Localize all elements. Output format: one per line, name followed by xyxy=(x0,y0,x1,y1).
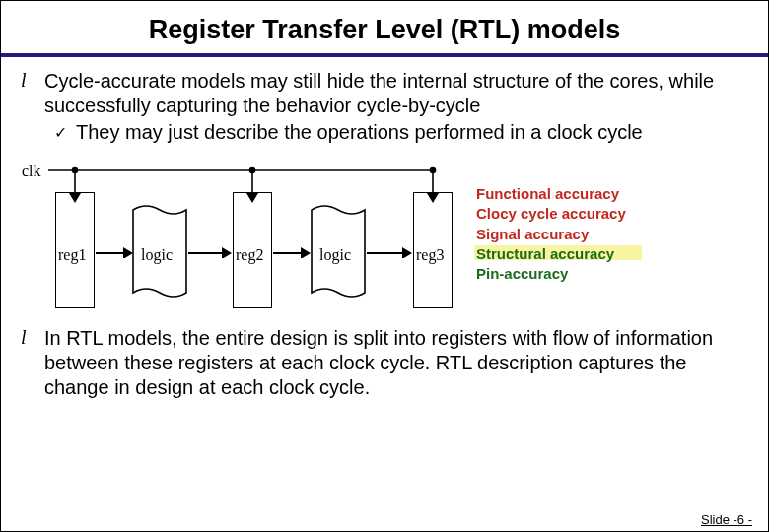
accuracy-list: Functional accuracy Clocy cycle accuracy… xyxy=(476,184,626,284)
bullet-1-text: Cycle-accurate models may still hide the… xyxy=(44,69,748,118)
clock-triangle-icon xyxy=(246,193,258,203)
bullet-mark-l: l xyxy=(21,326,44,349)
logic2-label: logic xyxy=(319,246,351,264)
accuracy-clock-cycle: Clocy cycle accuracy xyxy=(476,204,626,224)
rtl-diagram: clk reg1 logic reg2 xyxy=(21,153,454,320)
bullet-2-text: In RTL models, the entire design is spli… xyxy=(44,326,748,400)
svg-marker-14 xyxy=(402,247,412,258)
slide-number: Slide -6 - xyxy=(701,512,752,527)
reg1-label: reg1 xyxy=(58,246,86,264)
bullet-mark-check: ✓ xyxy=(54,120,76,142)
svg-point-2 xyxy=(73,168,78,173)
accuracy-pin: Pin-accuracy xyxy=(476,264,626,284)
svg-point-6 xyxy=(431,168,436,173)
arrow-icon xyxy=(273,246,311,258)
clock-triangle-icon xyxy=(427,193,439,203)
logic1-label: logic xyxy=(141,246,173,264)
accuracy-structural: Structural accuracy xyxy=(476,245,614,262)
svg-marker-10 xyxy=(222,247,232,258)
content-bottom: l In RTL models, the entire design is sp… xyxy=(1,320,768,400)
reg2-label: reg2 xyxy=(236,246,263,264)
svg-point-4 xyxy=(250,168,255,173)
slide: Register Transfer Level (RTL) models l C… xyxy=(0,0,769,532)
bullet-mark-l: l xyxy=(21,69,44,92)
accuracy-structural-wrap: Structural accuracy xyxy=(476,244,614,264)
arrow-icon xyxy=(188,246,232,258)
bullet-2: l In RTL models, the entire design is sp… xyxy=(21,326,748,400)
arrow-icon xyxy=(96,246,133,258)
clock-triangle-icon xyxy=(69,193,81,203)
bullet-1-sub-text: They may just describe the operations pe… xyxy=(76,120,748,145)
slide-title: Register Transfer Level (RTL) models xyxy=(1,1,768,53)
content-top: l Cycle-accurate models may still hide t… xyxy=(1,57,768,145)
clk-wire xyxy=(21,153,454,197)
reg3-label: reg3 xyxy=(416,246,444,264)
bullet-1: l Cycle-accurate models may still hide t… xyxy=(21,69,748,118)
bullet-1-sub: ✓ They may just describe the operations … xyxy=(54,120,748,145)
accuracy-functional: Functional accuracy xyxy=(476,184,626,204)
diagram-row: clk reg1 logic reg2 xyxy=(1,149,768,320)
arrow-icon xyxy=(367,246,412,258)
accuracy-signal: Signal accuracy xyxy=(476,225,626,244)
